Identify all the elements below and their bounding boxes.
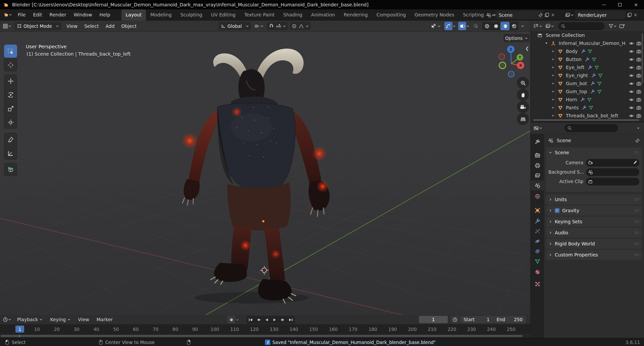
use-preview-range-button[interactable] (451, 316, 459, 323)
view-layer-type-button[interactable] (565, 12, 574, 17)
outliner-row-object[interactable]: Eye_left (531, 63, 644, 71)
tab-layout[interactable]: Layout (121, 9, 146, 20)
tab-texture[interactable] (531, 279, 544, 289)
tool-select-box[interactable] (4, 45, 17, 58)
show-overlays-toggle[interactable] (458, 22, 466, 30)
camera-icon[interactable] (636, 97, 641, 102)
copy-icon[interactable] (627, 12, 632, 17)
tool-cursor[interactable] (4, 58, 17, 71)
minimize-button[interactable] (596, 0, 612, 9)
shading-rendered-button[interactable] (509, 22, 519, 30)
maximize-button[interactable] (612, 0, 628, 9)
chevron-down-icon[interactable] (236, 318, 239, 322)
outliner-row-object[interactable]: Threads_back_bot_left (531, 112, 644, 120)
scene-panel-header[interactable]: Scene (546, 148, 642, 157)
chevron-down-icon[interactable] (521, 24, 524, 28)
custom-properties-panel[interactable]: Custom Properties (546, 250, 642, 260)
drag-dots-icon[interactable] (634, 253, 639, 256)
eye-icon[interactable] (629, 97, 634, 102)
outliner-search-input[interactable] (567, 23, 601, 28)
outliner-row-object[interactable]: Button (531, 55, 644, 63)
jump-to-end-button[interactable] (287, 316, 295, 324)
tab-modeling[interactable]: Modeling (146, 9, 176, 20)
outliner-row-object[interactable]: Pants (531, 104, 644, 112)
magnet-icon[interactable] (269, 23, 274, 29)
tool-move[interactable] (4, 74, 17, 88)
tab-shading[interactable]: Shading (279, 9, 307, 20)
viewport-menu-select[interactable]: Select (81, 23, 102, 29)
gravity-checkbox[interactable]: ✓ (555, 208, 559, 213)
drag-dots-icon[interactable] (634, 198, 639, 201)
viewport-3d[interactable]: User Perspective (1) Scene Collection | … (0, 32, 530, 315)
current-frame-field[interactable]: 1 (419, 316, 448, 323)
rigid-body-world-panel[interactable]: Rigid Body World (546, 239, 642, 249)
scene-name-field[interactable]: Scene (496, 11, 543, 19)
tab-view-layer[interactable] (531, 170, 544, 180)
options-dropdown[interactable]: Options (503, 34, 530, 42)
visibility-dropdown[interactable] (429, 22, 442, 30)
keying-sets-panel[interactable]: Keying Sets (546, 217, 642, 227)
outliner-display-mode-button[interactable] (544, 23, 555, 28)
menu-render[interactable]: Render (46, 9, 70, 20)
shading-material-preview-button[interactable] (500, 22, 509, 30)
tab-object-data[interactable] (531, 256, 544, 266)
disclosure-right-icon[interactable] (551, 74, 555, 77)
close-icon[interactable] (551, 13, 555, 17)
outliner-filter-button[interactable] (604, 23, 618, 28)
tool-add-cube[interactable] (4, 163, 17, 176)
tab-particles[interactable] (531, 226, 544, 236)
tab-scene[interactable] (531, 180, 544, 190)
drag-dots-icon[interactable] (634, 209, 639, 212)
outliner-v-scrollbar[interactable] (642, 33, 643, 83)
audio-panel[interactable]: Audio (546, 228, 642, 238)
menu-help[interactable]: Help (96, 9, 114, 20)
show-gizmo-toggle[interactable] (444, 22, 452, 30)
outliner-row-scene-collection[interactable]: Scene Collection (531, 31, 644, 39)
disclosure-down-icon[interactable] (545, 42, 548, 45)
outliner-row-collection[interactable]: Infernal_Muscular_Demon_H (531, 39, 644, 47)
properties-editor-type-button[interactable] (531, 126, 544, 131)
copy-icon[interactable] (544, 12, 549, 17)
tab-geometry-nodes[interactable]: Geometry Nodes (410, 9, 459, 20)
tab-compositing[interactable]: Compositing (372, 9, 410, 20)
tool-annotate[interactable] (4, 133, 17, 146)
mode-dropdown[interactable]: Object Mode (15, 22, 61, 30)
chevron-down-icon[interactable] (452, 24, 456, 28)
eye-icon[interactable] (629, 105, 634, 110)
units-panel[interactable]: Units (546, 194, 642, 205)
disclosure-right-icon[interactable] (551, 106, 555, 109)
timeline-editor-type-button[interactable] (0, 317, 13, 322)
outliner-editor-type-button[interactable] (531, 23, 544, 28)
shading-wireframe-button[interactable] (482, 22, 491, 30)
disclosure-right-icon[interactable] (551, 50, 555, 53)
background-scene-field[interactable] (586, 168, 639, 176)
tab-constraints[interactable] (531, 246, 544, 256)
viewport-menu-add[interactable]: Add (102, 23, 118, 29)
eye-icon[interactable] (629, 73, 634, 78)
start-frame-field[interactable]: Start 1 (460, 316, 493, 323)
camera-view-button[interactable] (517, 101, 529, 113)
blender-menu-button[interactable] (0, 12, 14, 17)
outliner-row-object[interactable]: Gum_bot (531, 79, 644, 88)
menu-window[interactable]: Window (70, 9, 96, 20)
timeline-ruler[interactable]: 1 1020 3040 5060 7080 90100 110120 13014… (0, 324, 530, 334)
jump-to-start-button[interactable] (247, 316, 255, 324)
proportional-falloff-icon[interactable] (299, 23, 304, 29)
tab-material[interactable] (531, 267, 544, 277)
drag-dots-icon[interactable] (634, 242, 639, 245)
eye-icon[interactable] (629, 49, 634, 54)
current-frame-badge[interactable]: 1 (15, 326, 24, 333)
properties-search-input[interactable] (574, 126, 607, 131)
drag-dots-icon[interactable] (634, 231, 639, 234)
auto-keying-button[interactable] (227, 316, 235, 324)
close-icon[interactable] (633, 13, 638, 17)
outliner-h-scrollbar[interactable] (533, 119, 639, 121)
tab-texture-paint[interactable]: Texture Paint (240, 9, 279, 20)
tab-modifiers[interactable] (531, 216, 544, 226)
camera-icon[interactable] (636, 105, 641, 110)
zoom-button[interactable] (517, 77, 529, 89)
gravity-panel[interactable]: ✓ Gravity (546, 206, 642, 216)
play-button[interactable] (271, 316, 279, 324)
pin-icon[interactable] (635, 138, 640, 143)
prev-keyframe-button[interactable] (255, 316, 263, 324)
